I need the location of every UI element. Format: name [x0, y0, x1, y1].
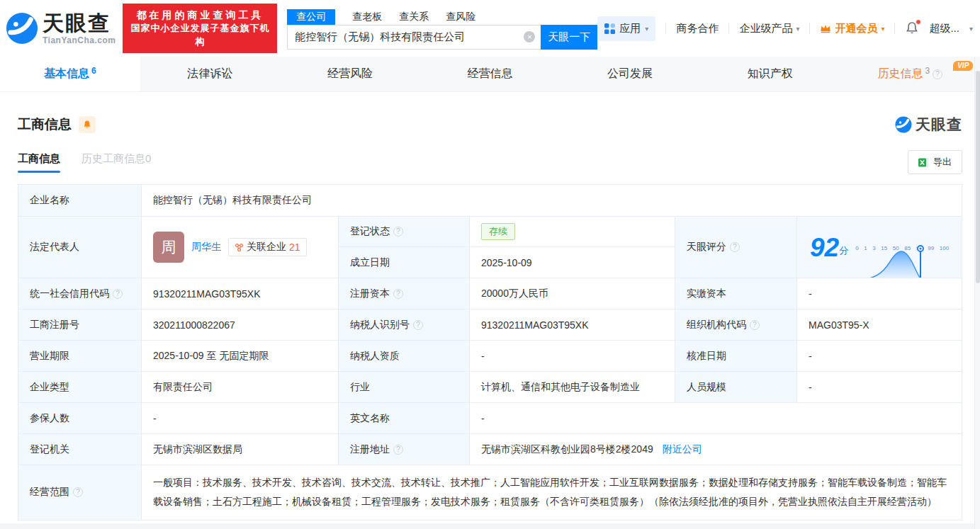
subtab-history-business-info[interactable]: 历史工商信息0 [81, 152, 151, 173]
tab-history-info[interactable]: VIP 历史信息 3 ? [840, 57, 980, 91]
search-tab-relation[interactable]: 查关系 [399, 9, 429, 25]
tab-basic-info-label: 基本信息 [44, 67, 89, 81]
org-code-label: 组织机构代码? [675, 309, 797, 340]
legal-rep-label: 法定代表人 [18, 217, 142, 278]
business-info-table: 企业名称 能控智行（无锡）科技有限责任公司 法定代表人 周 周华生 关联企业 2… [18, 184, 962, 521]
section-title: 工商信息 [18, 115, 72, 134]
english-name-value: - [470, 403, 962, 433]
divider [665, 23, 666, 33]
divider [809, 23, 810, 33]
watermark-logo-icon [895, 116, 912, 133]
business-scope-value: 一般项目：技术服务、技术开发、技术咨询、技术交流、技术转让、技术推广；人工智能应… [142, 465, 962, 520]
nav-enterprise-product[interactable]: 企业级产品 ▾ [739, 22, 799, 35]
tab-intellectual-property[interactable]: 知识产权 [700, 57, 840, 91]
insured-persons-label: 参保人数 [18, 403, 142, 433]
reg-status-label: 登记状态 ? [339, 217, 470, 247]
related-companies-badge[interactable]: 关联企业 21 [228, 238, 307, 256]
logo-title: 天眼查 [43, 13, 116, 34]
tab-operation-risk[interactable]: 经营风险 [280, 57, 420, 91]
tianyancha-logo-icon [6, 12, 38, 45]
tab-basic-info[interactable]: 基本信息 6 [0, 57, 140, 91]
user-menu[interactable]: 超级... [929, 22, 959, 35]
business-reg-number-value: 320211000822067 [142, 309, 339, 340]
registration-authority-label: 登记机关 [18, 434, 142, 465]
search-tab-risk[interactable]: 查风险 [446, 9, 475, 25]
business-scope-label: 经营范围? [18, 465, 142, 520]
app-grid-icon [604, 23, 615, 34]
help-icon[interactable]: ? [933, 69, 942, 79]
help-icon[interactable]: ? [393, 445, 403, 455]
notification-button[interactable] [905, 21, 919, 35]
network-icon [235, 243, 244, 252]
bell-icon [82, 120, 92, 130]
business-term-value: 2025-10-09 至 无固定期限 [142, 341, 339, 371]
tab-operation-info-label: 经营信息 [468, 67, 513, 81]
help-icon[interactable]: ? [393, 227, 403, 237]
subtab-business-info[interactable]: 工商信息 [18, 152, 60, 173]
avatar[interactable]: 周 [153, 232, 184, 263]
company-type-label: 企业类型 [18, 372, 142, 402]
score-distribution-chart: 0131550859799100 [855, 244, 949, 251]
help-icon[interactable]: ? [393, 289, 403, 299]
scrollbar[interactable] [974, 57, 980, 529]
search-tab-company[interactable]: 查公司 [287, 9, 335, 25]
help-icon[interactable]: ? [73, 487, 83, 497]
registered-capital-label: 注册资本? [339, 278, 470, 309]
scrollbar-thumb[interactable] [976, 71, 980, 283]
top-header: 天眼查 TianYanCha.com 都在用的商业查询工具 国家中小企业发展子基… [0, 0, 980, 57]
search-tab-boss[interactable]: 查老板 [352, 9, 382, 25]
slogan-badge: 都在用的商业查询工具 国家中小企业发展子基金旗下机构 [123, 4, 277, 53]
credit-code-label: 统一社会信用代码? [18, 278, 142, 309]
export-label: 导出 [933, 156, 952, 169]
legal-rep-value: 周 周华生 关联企业 21 [142, 217, 339, 278]
established-date-label: 成立日期 [339, 247, 470, 278]
paid-in-capital-value: - [797, 278, 962, 309]
nav-business-cooperation[interactable]: 商务合作 [676, 22, 719, 35]
tab-intellectual-property-label: 知识产权 [748, 67, 793, 81]
apps-menu-button[interactable]: 应用 ▾ [597, 16, 655, 41]
tab-history-info-count: 3 [925, 66, 930, 76]
open-vip-button[interactable]: 开通会员 ▾ [820, 22, 884, 35]
search-input[interactable] [295, 31, 524, 43]
notification-dot [916, 19, 921, 25]
registered-capital-value: 20000万人民币 [470, 278, 675, 309]
related-companies-count: 21 [289, 241, 300, 253]
slogan-line2: 国家中小企业发展子基金旗下机构 [130, 22, 270, 49]
open-vip-label: 开通会员 [835, 22, 877, 35]
nearby-companies-link[interactable]: 附近公司 [663, 443, 702, 456]
tab-legal-litigation[interactable]: 法律诉讼 [140, 57, 281, 91]
help-icon[interactable]: ? [113, 289, 123, 299]
taxpayer-qualification-label: 纳税人资质 [339, 341, 470, 371]
tab-history-info-label: 历史信息 [877, 67, 923, 81]
chevron-down-icon: ▾ [969, 25, 973, 33]
approval-date-label: 核准日期 [675, 341, 797, 371]
chevron-down-icon: ▾ [796, 25, 799, 33]
score-value: 92 分 [797, 217, 962, 278]
clear-icon[interactable]: × [524, 31, 535, 42]
business-reg-number-label: 工商注册号 [18, 309, 142, 340]
help-icon[interactable]: ? [750, 320, 760, 330]
help-icon[interactable]: ? [413, 320, 423, 330]
industry-label: 行业 [339, 372, 470, 402]
watermark-text: 天眼查 [916, 115, 962, 135]
monitor-bell-button[interactable] [79, 116, 96, 133]
search-button[interactable]: 天眼一下 [541, 25, 597, 50]
tianyancha-logo[interactable]: 天眼查 TianYanCha.com [6, 12, 116, 45]
tab-operation-info[interactable]: 经营信息 [420, 57, 561, 91]
tab-company-development[interactable]: 公司发展 [560, 57, 700, 91]
english-name-label: 英文名称 [339, 403, 470, 433]
export-button[interactable]: 导出 [908, 150, 962, 174]
page-bottom-divider [0, 523, 974, 529]
score-label: 天眼评分 ? [675, 217, 797, 278]
company-type-value: 有限责任公司 [142, 372, 339, 402]
apps-menu-label: 应用 [619, 22, 641, 35]
help-icon[interactable]: ? [730, 242, 740, 252]
legal-rep-link[interactable]: 周华生 [191, 241, 221, 254]
related-companies-label: 关联企业 [247, 241, 286, 254]
score-suffix: 分 [839, 244, 848, 257]
taxpayer-qualification-value: - [470, 341, 675, 371]
registered-address-label: 注册地址? [339, 434, 470, 465]
registered-address-value: 无锡市滨湖区科教创业园8号楼2楼2049 附近公司 [470, 434, 962, 465]
logo-subtitle: TianYanCha.com [43, 36, 116, 45]
divider [728, 23, 729, 33]
